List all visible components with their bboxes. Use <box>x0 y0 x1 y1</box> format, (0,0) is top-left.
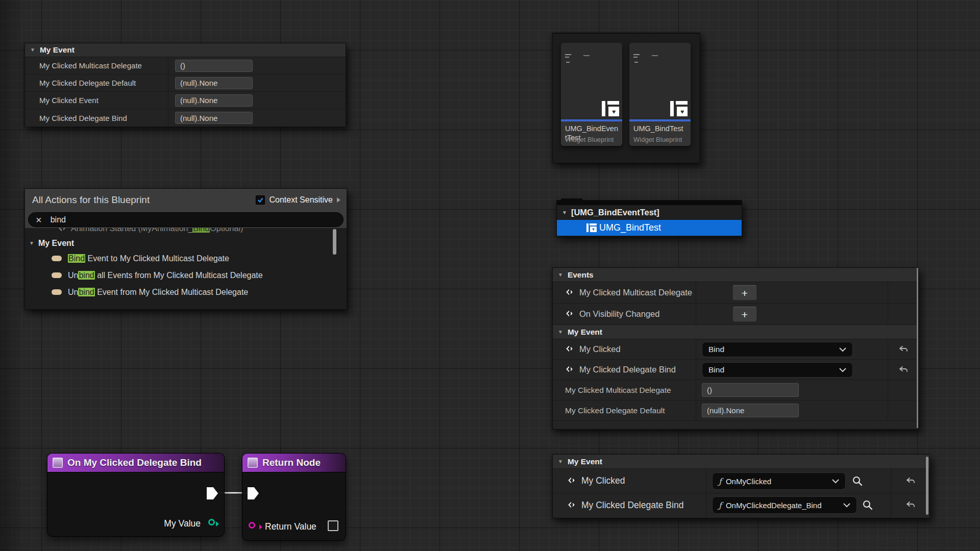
event-delegate-icon <box>565 365 574 374</box>
dropdown-chevron-icon <box>843 503 850 508</box>
actions-list: Animation Started (MyAnimation_BindOptio… <box>25 228 347 309</box>
event-bindings-panel: ▼ My Event My Clicked ƒ OnMyClicked My C… <box>552 454 930 518</box>
delegate-label: My Clicked Delegate Bind <box>579 365 676 374</box>
widget-blueprint-icon: ♥ <box>670 101 688 116</box>
reset-to-default-button[interactable] <box>905 475 916 487</box>
widget-blueprint-icon: ♥ <box>586 223 597 232</box>
action-category-my-event[interactable]: ▼ My Event <box>25 237 347 250</box>
clear-search-icon[interactable]: × <box>36 215 42 225</box>
section-title: My Event <box>568 457 602 466</box>
exec-input-pin[interactable] <box>248 487 259 499</box>
binding-function-dropdown[interactable]: ƒ OnMyClicked <box>712 472 846 490</box>
delegate-bind-row: My Clicked Delegate Bind Bind <box>553 360 918 380</box>
goto-binding-button[interactable] <box>861 498 874 512</box>
section-header-my-event[interactable]: ▼ My Event <box>553 325 918 339</box>
asset-type: Widget Blueprint <box>633 136 682 143</box>
add-event-button[interactable]: + <box>732 285 757 300</box>
my-value-pin-arrow <box>216 521 219 527</box>
collapse-triangle-icon: ▼ <box>558 272 563 278</box>
event-delegate-icon <box>565 345 574 354</box>
delegate-details-panel: ▼ My Event My Clicked Multicast Delegate… <box>24 43 346 127</box>
blueprint-graph-canvas[interactable]: On My Clicked Delegate Bind My Value Ret… <box>0 0 980 551</box>
chevron-right-icon[interactable] <box>337 197 340 203</box>
add-event-button[interactable]: + <box>732 307 757 322</box>
input-pin-label: Return Value <box>265 521 316 532</box>
binding-function-dropdown[interactable]: ƒ OnMyClickedDelegate_Bind <box>712 496 857 514</box>
collapse-triangle-icon: ▼ <box>558 459 563 464</box>
asset-tile-umg-bindeventtest[interactable]: ♥ UMG_BindEventTest Widget Blueprint <box>561 43 622 146</box>
binding-row: My Clicked Delegate Bind ƒ OnMyClickedDe… <box>553 493 929 517</box>
property-label: My Clicked Multicast Delegate <box>25 61 142 70</box>
property-value-field[interactable]: () <box>702 383 799 397</box>
property-label: My Clicked Delegate Bind <box>25 114 127 122</box>
asset-type: Widget Blueprint <box>565 136 614 143</box>
event-label: On Visibility Changed <box>579 309 659 319</box>
tree-row-root[interactable]: ▼ [UMG_BindEventTest] <box>557 205 742 220</box>
goto-binding-button[interactable] <box>851 474 864 488</box>
property-value-field[interactable]: (null).None <box>175 94 253 107</box>
event-node-icon <box>53 458 63 468</box>
reset-to-default-button[interactable] <box>905 499 916 511</box>
property-value-field[interactable]: (null).None <box>175 112 253 124</box>
events-details-panel: ▼ Events My Clicked Multicast Delegate +… <box>552 267 919 430</box>
context-sensitive-checkbox[interactable] <box>256 195 265 205</box>
action-item-unbind-event[interactable]: Unbind Event from My Clicked Multicast D… <box>25 284 347 300</box>
reset-to-default-button[interactable] <box>898 364 909 375</box>
search-icon <box>862 499 873 511</box>
node-title: On My Clicked Delegate Bind <box>67 457 202 468</box>
event-node-icon <box>248 458 258 468</box>
action-item-bind-event[interactable]: Bind Event to My Clicked Multicast Deleg… <box>25 250 347 267</box>
section-title: My Event <box>40 45 75 55</box>
exec-output-pin[interactable] <box>207 487 218 499</box>
reset-arrow-icon <box>898 345 909 354</box>
bindings-scrollbar-thumb[interactable] <box>926 457 928 515</box>
widget-blueprint-icon: ♥ <box>602 101 619 116</box>
bind-mode-dropdown[interactable]: Bind <box>702 342 853 357</box>
tree-root-label: [UMG_BindEventTest] <box>571 208 659 217</box>
collapse-triangle-icon: ▼ <box>30 47 35 53</box>
section-header-my-event[interactable]: ▼ My Event <box>25 43 346 57</box>
actions-search-bar: × <box>25 211 347 228</box>
node-return-node[interactable]: Return Node Return Value <box>242 453 346 541</box>
section-title: My Event <box>568 328 602 337</box>
section-header-events[interactable]: ▼ Events <box>553 268 918 282</box>
action-item-unbind-all[interactable]: Unbind all Events from My Clicked Multic… <box>25 267 347 284</box>
content-browser-panel: ♥ UMG_BindEventTest Widget Blueprint ♥ U… <box>552 33 700 163</box>
section-header-my-event[interactable]: ▼ My Event <box>553 455 929 469</box>
event-icon <box>58 228 67 233</box>
actions-search-input[interactable] <box>50 215 336 225</box>
node-header[interactable]: On My Clicked Delegate Bind <box>47 454 224 472</box>
property-value-field[interactable]: () <box>175 60 253 72</box>
actions-scrollbar-thumb[interactable] <box>333 229 336 255</box>
output-pin-label: My Value <box>164 518 201 529</box>
details-scrollbar-thumb[interactable] <box>917 268 918 428</box>
action-item-clipped[interactable]: Animation Started (MyAnimation_BindOptio… <box>25 228 347 237</box>
node-header[interactable]: Return Node <box>242 454 346 472</box>
property-value-field[interactable]: (null).None <box>175 77 253 89</box>
reset-to-default-button[interactable] <box>898 344 909 355</box>
return-value-checkbox[interactable] <box>328 520 338 531</box>
reset-arrow-icon <box>898 365 909 374</box>
asset-tile-umg-bindtest[interactable]: ♥ UMG_BindTest Widget Blueprint <box>629 43 691 146</box>
property-row: My Clicked Delegate Default (null).None <box>553 400 918 421</box>
context-sensitive-label: Context Sensitive <box>269 195 333 205</box>
property-value-field[interactable]: (null).None <box>702 404 799 417</box>
check-icon <box>257 196 264 204</box>
collapse-triangle-icon: ▼ <box>558 330 563 335</box>
dropdown-chevron-icon <box>839 368 846 372</box>
event-delegate-icon <box>567 477 576 486</box>
function-glyph-icon: ƒ <box>719 500 722 510</box>
dropdown-chevron-icon <box>839 347 846 352</box>
node-title: Return Node <box>262 457 321 468</box>
search-icon <box>852 475 863 487</box>
event-delegate-icon <box>567 500 576 510</box>
property-row: My Clicked Event (null).None <box>25 92 346 109</box>
bind-mode-dropdown[interactable]: Bind <box>702 362 853 378</box>
property-row: My Clicked Delegate Bind (null).None <box>25 109 346 127</box>
binding-row: My Clicked ƒ OnMyClicked <box>553 469 929 493</box>
return-value-pin[interactable] <box>249 522 255 529</box>
node-on-my-clicked-delegate-bind[interactable]: On My Clicked Delegate Bind My Value <box>47 453 225 537</box>
all-actions-menu: All Actions for this Blueprint Context S… <box>24 188 347 310</box>
tree-row-selected[interactable]: ♥ UMG_BindTest <box>557 220 742 236</box>
my-value-pin[interactable] <box>208 519 215 525</box>
